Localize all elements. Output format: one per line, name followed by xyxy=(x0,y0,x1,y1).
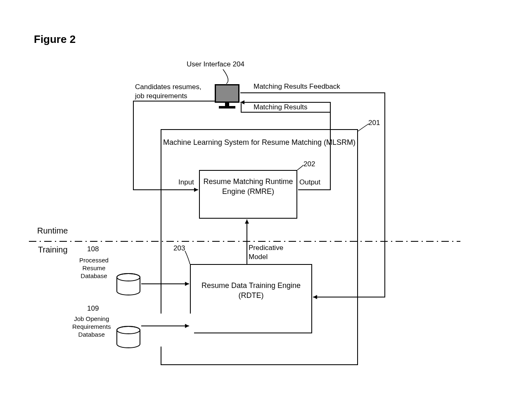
diagram-canvas: Figure 2 Machine Learning System for Res… xyxy=(0,0,512,420)
connectors-final xyxy=(0,0,512,420)
